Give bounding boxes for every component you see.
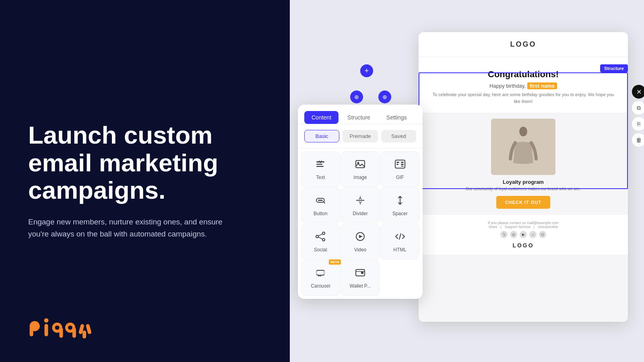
footer-link-unsubscribe[interactable]: Unsubscribe	[538, 225, 558, 229]
cta-button[interactable]: CHECK IT OUT	[496, 196, 550, 209]
svg-rect-1	[30, 326, 33, 336]
html-icon	[394, 231, 406, 244]
twitter-icon: 𝕏	[500, 231, 508, 238]
svg-rect-36	[316, 271, 317, 274]
panel-subtabs: Basic Premade Saved	[298, 124, 423, 148]
element-button[interactable]: Button	[301, 188, 340, 223]
element-divider[interactable]: Divider	[341, 188, 380, 223]
structure-badge[interactable]: Structure	[600, 64, 628, 72]
toolbar-buttons: ✕ ⧉ ⎘ 🗑	[632, 84, 644, 147]
elements-grid: Text Image	[298, 148, 423, 299]
instagram-icon: ◎	[510, 231, 517, 238]
svg-line-31	[318, 234, 322, 236]
element-social[interactable]: Social	[301, 224, 340, 259]
email-body-text: To celebrate your special day, here are …	[429, 91, 618, 105]
divider-label: Divider	[353, 211, 367, 216]
svg-point-28	[316, 235, 318, 238]
subtab-basic[interactable]: Basic	[304, 130, 339, 142]
gif-label: GIF	[396, 175, 404, 180]
text-icon	[315, 158, 326, 171]
image-icon	[355, 158, 366, 171]
element-image[interactable]: Image	[341, 152, 380, 187]
youtube-icon: ▶	[520, 231, 527, 238]
video-icon	[355, 231, 366, 244]
move-handle-2[interactable]: ⊕	[378, 90, 391, 103]
carousel-icon	[315, 267, 326, 280]
svg-line-34	[399, 234, 401, 239]
social-label: Social	[314, 247, 327, 253]
text-label: Text	[316, 175, 325, 180]
spacer-label: Spacer	[392, 211, 408, 216]
subtab-premade[interactable]: Premade	[343, 130, 378, 142]
svg-point-38	[318, 276, 320, 277]
svg-rect-16	[316, 166, 324, 167]
editor-container: LOGO Congratulations! Happy birthday, fi…	[298, 24, 628, 338]
email-footer: If you please contact us mail@example.co…	[419, 215, 628, 255]
email-birthday-line: Happy birthday, first name	[429, 83, 618, 89]
element-text[interactable]: Text	[301, 152, 340, 187]
copy-button[interactable]: ⎘	[632, 117, 644, 131]
svg-rect-26	[318, 200, 323, 201]
video-label: Video	[354, 247, 366, 253]
product-title: Loyalty program	[503, 179, 544, 185]
svg-rect-17	[356, 160, 365, 168]
divider-icon	[355, 195, 366, 208]
email-product-section: Loyalty program Our community of loyal c…	[419, 113, 628, 215]
svg-point-39	[320, 276, 321, 277]
discord-icon: ⌬	[539, 231, 546, 238]
duplicate-button[interactable]: ⧉	[632, 101, 644, 115]
element-html[interactable]: HTML	[380, 224, 419, 259]
button-icon	[315, 195, 326, 208]
move-handle-1[interactable]: ⊕	[350, 90, 363, 103]
svg-rect-15	[316, 164, 322, 165]
svg-rect-23	[401, 164, 404, 165]
footer-link-support[interactable]: Support Service	[505, 225, 530, 229]
svg-point-8	[68, 325, 72, 330]
gif-icon	[394, 158, 406, 171]
social-icons: 𝕏 ◎ ▶ ♪ ⌬	[427, 231, 620, 238]
subtab-saved[interactable]: Saved	[381, 130, 416, 142]
product-desc: Our community of loyal customers makes o…	[466, 187, 581, 191]
social-icon	[315, 231, 326, 244]
tab-structure[interactable]: Structure	[340, 111, 378, 124]
email-congrats-title: Congratulations!	[429, 69, 618, 80]
svg-rect-37	[324, 271, 325, 274]
svg-point-5	[55, 325, 60, 330]
svg-rect-3	[45, 324, 48, 337]
svg-point-13	[519, 127, 527, 136]
svg-point-29	[322, 232, 325, 234]
birthday-highlight: first name	[527, 82, 557, 89]
product-image	[491, 119, 555, 175]
svg-point-2	[44, 318, 49, 323]
footer-logo: LOGO	[427, 242, 620, 249]
wallet-icon	[355, 267, 366, 280]
tab-settings[interactable]: Settings	[379, 111, 414, 124]
email-congrats-section: Congratulations! Happy birthday, first n…	[419, 57, 628, 113]
add-section-button[interactable]: +	[360, 64, 373, 77]
image-label: Image	[353, 175, 367, 180]
right-panel: LOGO Congratulations! Happy birthday, fi…	[282, 0, 644, 362]
element-gif[interactable]: GIF	[380, 152, 419, 187]
element-video[interactable]: Video	[341, 224, 380, 259]
delete-button[interactable]: 🗑	[632, 133, 644, 147]
svg-rect-35	[317, 270, 324, 275]
beta-badge: BETA	[329, 259, 341, 265]
svg-rect-9	[72, 328, 76, 338]
hero-subtitle: Engage new members, nurture existing one…	[28, 216, 237, 241]
element-wallet[interactable]: Wallet P...	[341, 260, 380, 296]
left-panel: Launch custom email marketing campaigns.…	[0, 0, 290, 362]
svg-rect-6	[59, 328, 63, 338]
element-carousel[interactable]: Carousel	[301, 260, 340, 296]
svg-line-32	[318, 237, 322, 239]
footer-link-store[interactable]: Store	[489, 225, 497, 229]
svg-rect-24	[401, 166, 404, 167]
tab-content[interactable]: Content	[304, 111, 339, 124]
element-carousel-wrapper: Carousel BETA	[301, 260, 340, 296]
hero-title: Launch custom email marketing campaigns.	[28, 121, 262, 204]
html-label: HTML	[393, 247, 407, 253]
svg-rect-12	[83, 331, 86, 339]
close-button[interactable]: ✕	[632, 84, 644, 99]
element-spacer[interactable]: Spacer	[380, 188, 419, 223]
footer-contact: If you please contact us mail@example.co…	[427, 221, 620, 225]
tiktok-icon: ♪	[529, 231, 537, 238]
